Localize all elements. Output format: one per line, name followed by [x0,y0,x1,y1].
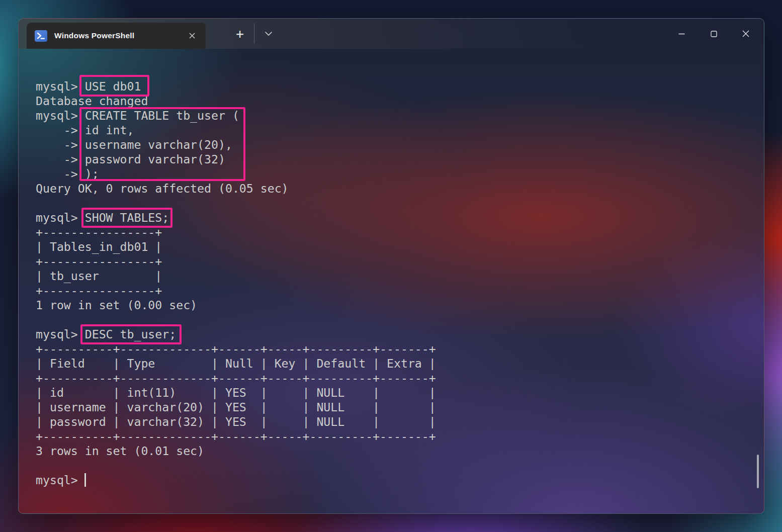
new-tab-divider [254,24,254,44]
caption-buttons [665,19,762,49]
terminal-content[interactable]: mysql> USE db01 Database changed mysql> … [19,49,764,513]
desktop-wallpaper: Windows PowerShell + [0,0,782,532]
tab-close-icon[interactable] [185,28,200,43]
scrollbar-thumb[interactable] [757,455,759,488]
annotation-box-create-table [79,107,245,181]
close-button[interactable] [730,19,762,49]
annotation-box-use-db01 [79,75,149,97]
titlebar[interactable]: Windows PowerShell + [19,19,764,49]
chevron-down-icon[interactable] [257,24,280,44]
annotation-box-desc-tb-user [80,324,182,344]
tab-windows-powershell[interactable]: Windows PowerShell [27,23,206,49]
terminal-window: Windows PowerShell + [18,18,764,514]
new-tab-group: + [229,19,280,49]
annotation-box-show-tables [81,208,172,228]
tab-title: Windows PowerShell [54,31,185,40]
maximize-button[interactable] [698,19,730,49]
minimize-button[interactable] [665,19,698,49]
text-cursor [84,473,86,487]
new-tab-button[interactable]: + [229,24,251,44]
powershell-icon [35,30,47,42]
